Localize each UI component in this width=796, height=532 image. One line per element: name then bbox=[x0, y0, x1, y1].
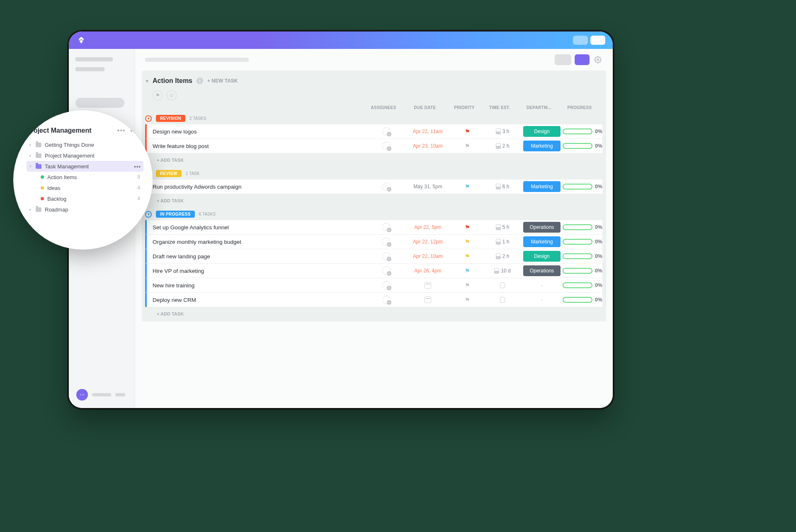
task-row[interactable]: Write feature blog post Apr 23, 10am ⚑ 2… bbox=[145, 138, 603, 153]
priority-flag-icon[interactable]: ⚑ bbox=[465, 282, 470, 289]
due-date[interactable]: Apr 22, 5pm bbox=[405, 224, 451, 230]
task-row[interactable]: Organize monthly marketing budget Apr 22… bbox=[145, 234, 603, 249]
time-estimate[interactable]: 2 h bbox=[484, 253, 521, 259]
assignee-add-icon[interactable] bbox=[382, 267, 391, 275]
status-collapse-icon[interactable]: ▾ bbox=[145, 211, 152, 218]
assignee-add-icon[interactable] bbox=[382, 182, 391, 191]
task-row[interactable]: Draft new landing page Apr 22, 10am ⚑ 2 … bbox=[145, 249, 603, 264]
info-icon[interactable]: i bbox=[197, 78, 203, 84]
time-estimate[interactable] bbox=[484, 297, 521, 303]
tree-row[interactable]: Backlog4 bbox=[27, 193, 143, 204]
tree-row[interactable]: Ideas4 bbox=[27, 182, 143, 193]
chat-button[interactable]: ⋯ bbox=[76, 389, 88, 401]
due-date[interactable]: Apr 22, 10am bbox=[405, 253, 451, 259]
assignee-add-icon[interactable] bbox=[382, 142, 391, 150]
due-date[interactable]: Apr 26, 4pm bbox=[405, 268, 451, 274]
task-row[interactable]: New hire training ⚑ - 0% bbox=[145, 278, 603, 293]
topbar-button-b[interactable] bbox=[590, 36, 605, 45]
status-badge[interactable]: IN PROGRESS bbox=[156, 211, 195, 218]
time-estimate[interactable]: 10 d bbox=[484, 268, 521, 274]
task-title[interactable]: Organize monthly marketing budget bbox=[147, 239, 368, 245]
assignee-add-icon[interactable] bbox=[382, 127, 391, 136]
priority-flag-icon[interactable]: ⚑ bbox=[465, 183, 470, 190]
tree-row[interactable]: ▾Task Management••• bbox=[27, 161, 143, 172]
view-toggle-b[interactable] bbox=[575, 54, 590, 65]
department-tag[interactable]: Marketing bbox=[523, 236, 561, 247]
department-tag[interactable]: - bbox=[523, 294, 561, 305]
task-title[interactable]: Design new logos bbox=[147, 129, 368, 135]
department-tag[interactable]: Marketing bbox=[523, 141, 561, 151]
assignee-filter-icon[interactable]: ☺ bbox=[167, 90, 177, 100]
chevron-icon[interactable]: ▸ bbox=[28, 207, 32, 211]
priority-flag-icon[interactable]: ⚑ bbox=[465, 143, 470, 149]
assignee-add-icon[interactable] bbox=[382, 238, 391, 246]
task-title[interactable]: Run productivity Adwords campaign bbox=[147, 184, 368, 190]
topbar-button-a[interactable] bbox=[573, 36, 588, 45]
hourglass-icon[interactable] bbox=[500, 297, 505, 303]
assignee-add-icon[interactable] bbox=[382, 223, 391, 231]
time-estimate[interactable] bbox=[484, 282, 521, 288]
priority-flag-icon[interactable]: ⚑ bbox=[465, 267, 470, 274]
more-icon[interactable]: ••• bbox=[117, 127, 126, 134]
task-row[interactable]: Design new logos Apr 22, 11am ⚑ 3 h Desi… bbox=[145, 124, 603, 139]
due-date[interactable]: Apr 22, 12pm bbox=[405, 239, 451, 245]
task-row[interactable]: Deploy new CRM ⚑ - 0% bbox=[145, 292, 603, 307]
flag-filter-icon[interactable]: ⚑ bbox=[153, 90, 163, 100]
due-date[interactable] bbox=[405, 282, 451, 289]
due-date[interactable]: Apr 22, 11am bbox=[405, 129, 451, 134]
calendar-icon[interactable] bbox=[425, 296, 431, 303]
department-tag[interactable]: Design bbox=[523, 126, 561, 137]
add-task-button[interactable]: + ADD TASK bbox=[145, 194, 603, 205]
calendar-icon[interactable] bbox=[425, 282, 431, 289]
more-icon[interactable]: ••• bbox=[134, 163, 143, 170]
due-date[interactable]: Apr 23, 10am bbox=[405, 143, 451, 149]
task-title[interactable]: New hire training bbox=[147, 282, 368, 289]
status-badge[interactable]: REVIEW bbox=[156, 170, 182, 177]
department-tag[interactable]: Design bbox=[523, 251, 561, 262]
add-task-button[interactable]: + ADD TASK bbox=[145, 153, 603, 164]
assignee-add-icon[interactable] bbox=[382, 252, 391, 260]
new-task-button[interactable]: + NEW TASK bbox=[207, 78, 238, 84]
due-date[interactable]: May 31, 5pm bbox=[405, 184, 451, 189]
time-estimate[interactable]: 5 h bbox=[484, 224, 521, 230]
chevron-icon[interactable]: ▸ bbox=[28, 153, 32, 158]
task-title[interactable]: Hire VP of marketing bbox=[147, 268, 368, 274]
chevron-icon[interactable]: ▸ bbox=[28, 143, 32, 147]
time-estimate[interactable]: 1 h bbox=[484, 239, 521, 245]
department-tag[interactable]: Operations bbox=[523, 265, 561, 276]
time-estimate[interactable]: 3 h bbox=[484, 129, 521, 134]
assignee-add-icon[interactable] bbox=[382, 296, 391, 304]
add-task-button[interactable]: + ADD TASK bbox=[145, 307, 603, 318]
task-row[interactable]: Run productivity Adwords campaign May 31… bbox=[145, 179, 603, 194]
time-estimate[interactable]: 6 h bbox=[484, 184, 521, 189]
settings-icon[interactable] bbox=[593, 55, 603, 65]
assignee-add-icon[interactable] bbox=[382, 281, 391, 289]
priority-flag-icon[interactable]: ⚑ bbox=[465, 296, 470, 303]
hourglass-icon[interactable] bbox=[500, 282, 505, 288]
task-title[interactable]: Deploy new CRM bbox=[147, 297, 368, 303]
priority-flag-icon[interactable]: ⚑ bbox=[465, 224, 470, 231]
task-title[interactable]: Set up Google Analytics funnel bbox=[147, 224, 368, 231]
tree-row[interactable]: ▸Getting Things Done bbox=[27, 139, 143, 150]
chevron-icon[interactable]: ▾ bbox=[28, 164, 32, 168]
due-date[interactable] bbox=[405, 296, 451, 303]
task-title[interactable]: Draft new landing page bbox=[147, 253, 368, 260]
task-title[interactable]: Write feature blog post bbox=[147, 143, 368, 149]
tree-row[interactable]: ▸Project Management bbox=[27, 150, 143, 161]
priority-flag-icon[interactable]: ⚑ bbox=[465, 253, 470, 260]
priority-flag-icon[interactable]: ⚑ bbox=[465, 128, 470, 135]
status-badge[interactable]: REVISION bbox=[156, 115, 185, 122]
tree-row[interactable]: Action Items9 bbox=[27, 172, 143, 182]
collapse-icon[interactable]: ▾ bbox=[146, 78, 148, 84]
department-tag[interactable]: Operations bbox=[523, 222, 561, 233]
task-row[interactable]: Hire VP of marketing Apr 26, 4pm ⚑ 10 d … bbox=[145, 263, 603, 278]
view-toggle-a[interactable] bbox=[555, 54, 571, 65]
time-estimate[interactable]: 2 h bbox=[484, 143, 521, 149]
department-tag[interactable]: Marketing bbox=[523, 181, 561, 192]
task-row[interactable]: Set up Google Analytics funnel Apr 22, 5… bbox=[145, 220, 603, 235]
tree-row[interactable]: ▸Roadmap bbox=[27, 204, 143, 215]
department-tag[interactable]: - bbox=[523, 280, 561, 291]
rail-search-placeholder[interactable] bbox=[75, 98, 124, 108]
status-collapse-icon[interactable]: ▾ bbox=[145, 115, 152, 122]
priority-flag-icon[interactable]: ⚑ bbox=[465, 238, 470, 245]
